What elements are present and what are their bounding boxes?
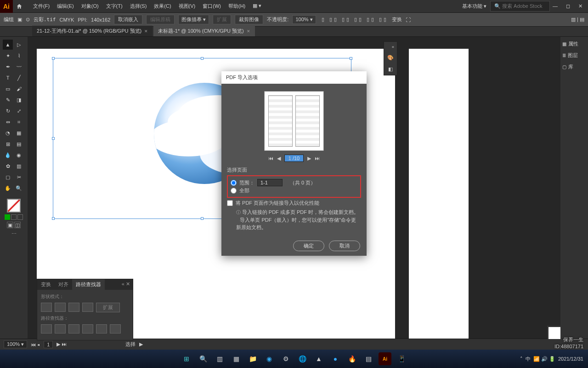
align-tab[interactable]: 对齐 (55, 279, 72, 290)
phone-icon[interactable]: 📱 (395, 352, 408, 365)
next-page-icon[interactable]: ▶ (307, 155, 311, 161)
graph-tool[interactable]: ▥ (14, 161, 24, 171)
intersect-button[interactable] (68, 303, 79, 312)
blend-tool[interactable]: ◉ (14, 150, 24, 160)
exclude-button[interactable] (82, 303, 93, 312)
shape-builder-tool[interactable]: ◔ (3, 128, 13, 138)
first-page-icon[interactable]: ⏮ (268, 155, 273, 161)
opacity-input[interactable]: 100% ▾ (292, 15, 316, 24)
collapse-icon[interactable]: « ✕ (119, 279, 133, 290)
search-input[interactable]: 🔍 搜索 Adobe Stock (490, 1, 550, 12)
close-tab-icon[interactable]: ✕ (144, 29, 148, 34)
minus-front-button[interactable] (55, 303, 66, 312)
eraser-tool[interactable]: ◨ (14, 95, 24, 105)
mesh-tool[interactable]: ⊞ (3, 139, 13, 149)
ime-icon[interactable]: 中 (526, 356, 531, 362)
hand-tool[interactable]: ✋ (3, 183, 13, 193)
app-icon-2[interactable]: 🔥 (345, 352, 358, 365)
cancel-button[interactable]: 取消 (329, 241, 360, 251)
search-taskbar-icon[interactable]: 🔍 (197, 352, 209, 365)
menu-window[interactable]: 窗口(W) (200, 1, 224, 11)
gradient-tool[interactable]: ▤ (14, 139, 24, 149)
edit-toolbar-icon[interactable]: ⋯ (3, 231, 25, 237)
minimize-button[interactable]: — (550, 2, 560, 10)
zoom-tool[interactable]: 🔍 (14, 183, 24, 193)
properties-panel-tab[interactable]: ▦ 属性 (562, 40, 586, 47)
free-transform-tool[interactable]: ⌗ (14, 117, 24, 127)
align-buttons[interactable]: ▯ ▯▯ ▯▯ ▯▯ ▯▯ ▯▯ (322, 17, 388, 23)
unembed-button[interactable]: 取消嵌入 (114, 15, 142, 24)
workspace-switcher[interactable]: 基本功能 ▾ (458, 2, 490, 11)
swatch-icon[interactable]: ◧ (384, 63, 397, 75)
last-page-icon[interactable]: ⏭ (315, 155, 320, 161)
type-tool[interactable]: T (3, 73, 13, 83)
symbol-sprayer-tool[interactable]: ✿ (3, 161, 13, 171)
link-checkbox[interactable] (227, 200, 233, 206)
perspective-tool[interactable]: ▦ (14, 128, 24, 138)
eyedropper-tool[interactable]: 💧 (3, 150, 13, 160)
isolate-icon[interactable]: ⛶ (406, 17, 411, 23)
start-button[interactable]: ⊞ (180, 352, 193, 365)
explorer-icon[interactable]: 📁 (246, 352, 259, 365)
layers-panel-tab[interactable]: ≣ 图层 (562, 52, 586, 59)
tool-hint-icon[interactable]: ▶ (139, 341, 143, 347)
task-view-icon[interactable]: ▥ (213, 352, 226, 365)
tray-up-icon[interactable]: ˄ (520, 356, 523, 362)
pathfinder-panel[interactable]: 变换 对齐 路径查找器 « ✕ 形状模式： 扩展 路径查找器： (37, 279, 133, 340)
trim-button[interactable] (55, 324, 66, 334)
app-icon[interactable]: ▲ (312, 352, 325, 365)
color-icon[interactable]: 🎨 (384, 52, 397, 63)
maximize-button[interactable]: ◻ (563, 2, 573, 10)
scale-tool[interactable]: ⤢ (14, 106, 24, 116)
width-tool[interactable]: ⇔ (3, 117, 13, 127)
embed-icon[interactable]: ▣ (17, 17, 22, 23)
edge-icon[interactable]: ◉ (263, 352, 276, 365)
close-flyout-icon[interactable]: « (384, 42, 397, 52)
document-tab[interactable]: 21-12-王鸿伟-01.ai* @ 150% (RGB/GPU 预览)✕ (32, 26, 153, 36)
close-tab-icon[interactable]: ✕ (247, 29, 250, 34)
menu-effect[interactable]: 效果(C) (151, 1, 174, 11)
widgets-icon[interactable]: ▦ (230, 352, 243, 365)
menu-help[interactable]: 帮助(H) (226, 1, 248, 11)
calc-icon[interactable]: ▤ (362, 352, 375, 365)
outline-button[interactable] (96, 324, 107, 334)
slice-tool[interactable]: ✂ (14, 172, 24, 182)
image-trace-dropdown[interactable]: 图像描摹 ▾ (178, 15, 209, 24)
menu-edit[interactable]: 编辑(E) (54, 1, 77, 11)
home-icon[interactable] (13, 0, 26, 13)
line-tool[interactable]: ╱ (14, 73, 24, 83)
pathfinder-tab[interactable]: 路径查找器 (72, 279, 105, 290)
close-button[interactable]: ✕ (576, 2, 585, 10)
transform-tab[interactable]: 变换 (37, 279, 55, 290)
menu-file[interactable]: 文件(F) (30, 1, 52, 11)
artboard-tool[interactable]: ▢ (3, 172, 13, 182)
panel-toggle-icon[interactable]: ▥ | ▤ (571, 17, 584, 23)
menu-view[interactable]: 视图(V) (176, 1, 198, 11)
divide-button[interactable] (41, 324, 52, 334)
magic-wand-tool[interactable]: ✦ (3, 51, 13, 61)
rectangle-tool[interactable]: ▭ (3, 84, 13, 94)
unite-button[interactable] (41, 303, 52, 312)
first-artboard-icon[interactable]: ⏮ ◀ (31, 342, 40, 347)
contextual-panel[interactable]: « 🎨 ◧ (384, 41, 397, 75)
clock[interactable]: 2021/12/31 (558, 356, 583, 362)
prev-page-icon[interactable]: ◀ (277, 155, 281, 161)
ok-button[interactable]: 确定 (293, 241, 324, 251)
minus-back-button[interactable] (110, 324, 121, 334)
crop-button[interactable]: 裁剪图像 (235, 15, 263, 24)
crop-pf-button[interactable] (82, 324, 93, 334)
transform-label[interactable]: 变换 (392, 16, 402, 23)
system-tray[interactable]: ˄ 中 📶 🔊 🔋 2021/12/31 (520, 356, 583, 362)
arrange-icon[interactable]: ▦ ▾ (250, 1, 264, 11)
fill-stroke-control[interactable]: ▣◫ ⋯ (3, 198, 25, 237)
qq-icon[interactable]: ● (329, 352, 342, 365)
ai-taskbar-icon[interactable]: Ai (379, 352, 391, 365)
merge-button[interactable] (68, 324, 79, 334)
lasso-tool[interactable]: ⌇ (14, 51, 24, 61)
artboard-nav[interactable]: 1 (44, 341, 53, 348)
document-tab[interactable]: 未标题-1* @ 100% (CMYK/GPU 预览)✕ (153, 26, 255, 36)
all-radio[interactable] (231, 188, 237, 194)
wifi-icon[interactable]: 📶 🔊 🔋 (533, 356, 555, 362)
pen-tool[interactable]: ✒ (3, 62, 13, 72)
menu-object[interactable]: 对象(O) (79, 1, 102, 11)
